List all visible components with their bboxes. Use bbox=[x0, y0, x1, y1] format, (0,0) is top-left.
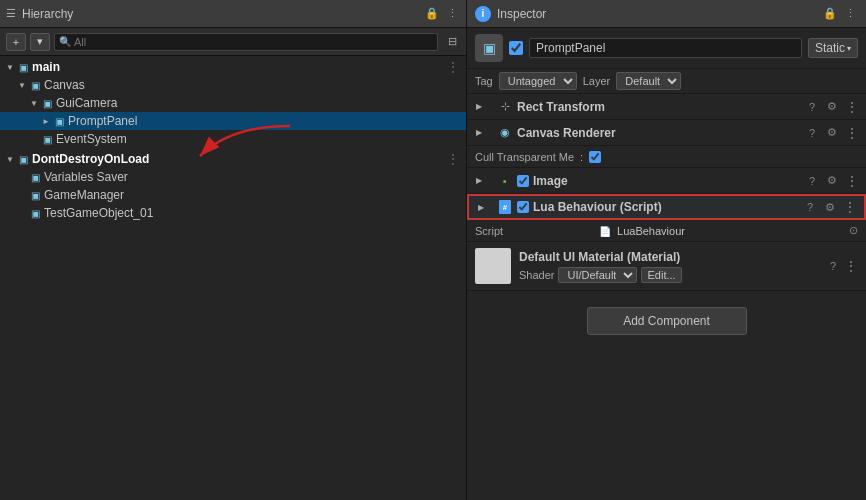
expand-gamemanager bbox=[16, 189, 28, 201]
lua-behaviour-help[interactable]: ? bbox=[802, 199, 818, 215]
label-dontdestroy: DontDestroyOnLoad bbox=[32, 152, 149, 166]
tree-item-promptpanel[interactable]: ▣ PromptPanel bbox=[0, 112, 466, 130]
canvas-renderer-settings[interactable]: ⚙ bbox=[824, 125, 840, 141]
lua-behaviour-more[interactable]: ⋮ bbox=[842, 199, 858, 215]
hierarchy-header-icons: 🔒 ⋮ bbox=[424, 6, 460, 22]
image-component[interactable]: ▶ ▪ Image ? ⚙ ⋮ bbox=[467, 168, 866, 194]
rect-transform-more[interactable]: ⋮ bbox=[844, 99, 860, 115]
material-info: Default UI Material (Material) Shader UI… bbox=[519, 250, 822, 283]
dropdown-button[interactable]: ▾ bbox=[30, 33, 50, 51]
expand-testgameobject bbox=[16, 207, 28, 219]
canvas-renderer-expand[interactable]: ▶ bbox=[473, 127, 485, 139]
script-value-text: LuaBehaviour bbox=[617, 225, 685, 237]
add-button[interactable]: + bbox=[6, 33, 26, 51]
rect-transform-help[interactable]: ? bbox=[804, 99, 820, 115]
inspector-lock-icon[interactable]: 🔒 bbox=[822, 6, 838, 22]
gameobject-active-checkbox[interactable] bbox=[509, 41, 523, 55]
shader-label: Shader bbox=[519, 269, 554, 281]
gameobject-icon-main: ▣ bbox=[16, 60, 30, 74]
tree-item-dontdestroy[interactable]: ▣ DontDestroyOnLoad ⋮ bbox=[0, 150, 466, 168]
lua-behaviour-component[interactable]: ▶ # Lua Behaviour (Script) ? ⚙ ⋮ bbox=[467, 194, 866, 220]
hierarchy-header: ☰ Hierarchy 🔒 ⋮ bbox=[0, 0, 466, 28]
expand-variablessaver bbox=[16, 171, 28, 183]
rect-transform-icon: ⊹ bbox=[497, 99, 513, 115]
lock-icon[interactable]: 🔒 bbox=[424, 6, 440, 22]
canvas-renderer-component[interactable]: ▶ ◉ Canvas Renderer ? ⚙ ⋮ bbox=[467, 120, 866, 146]
material-row: Default UI Material (Material) Shader UI… bbox=[467, 242, 866, 291]
canvas-renderer-name: Canvas Renderer bbox=[517, 126, 800, 140]
canvas-icon: ▣ bbox=[28, 78, 42, 92]
tree-item-canvas[interactable]: ▣ Canvas bbox=[0, 76, 466, 94]
expand-main[interactable] bbox=[4, 61, 16, 73]
hierarchy-filter-icon[interactable]: ⊟ bbox=[444, 34, 460, 50]
tree-item-gamemanager[interactable]: ▣ GameManager bbox=[0, 186, 466, 204]
canvas-renderer-help[interactable]: ? bbox=[804, 125, 820, 141]
inspector-more-icon[interactable]: ⋮ bbox=[842, 6, 858, 22]
layer-select[interactable]: Default bbox=[616, 72, 681, 90]
label-eventsystem: EventSystem bbox=[56, 132, 127, 146]
inspector-info-icon: i bbox=[475, 6, 491, 22]
inspector-title: Inspector bbox=[497, 7, 546, 21]
image-more[interactable]: ⋮ bbox=[844, 173, 860, 189]
shader-row: Shader UI/Default Edit... bbox=[519, 267, 822, 283]
tag-select[interactable]: Untagged bbox=[499, 72, 577, 90]
label-canvas: Canvas bbox=[44, 78, 85, 92]
gameobject-name-field[interactable] bbox=[529, 38, 802, 58]
layer-label: Layer bbox=[583, 75, 611, 87]
expand-promptpanel[interactable] bbox=[40, 115, 52, 127]
image-help[interactable]: ? bbox=[804, 173, 820, 189]
canvas-renderer-more[interactable]: ⋮ bbox=[844, 125, 860, 141]
tree-item-guicamera[interactable]: ▣ GuiCamera bbox=[0, 94, 466, 112]
hierarchy-toolbar: + ▾ 🔍 ⊟ bbox=[0, 28, 466, 56]
tree-item-variablessaver[interactable]: ▣ Variables Saver bbox=[0, 168, 466, 186]
script-value: 📄 LuaBehaviour bbox=[599, 225, 845, 237]
gameobject-icon-gamemanager: ▣ bbox=[28, 188, 42, 202]
search-icon: 🔍 bbox=[59, 36, 71, 47]
camera-icon: ▣ bbox=[40, 96, 54, 110]
expand-guicamera[interactable] bbox=[28, 97, 40, 109]
rect-transform-component[interactable]: ▶ ⊹ Rect Transform ? ⚙ ⋮ bbox=[467, 94, 866, 120]
search-box[interactable]: 🔍 bbox=[54, 33, 438, 51]
search-input[interactable] bbox=[74, 36, 433, 48]
lua-behaviour-name: Lua Behaviour (Script) bbox=[533, 200, 798, 214]
main-dots[interactable]: ⋮ bbox=[446, 59, 460, 75]
material-more-icon[interactable]: ⋮ bbox=[844, 258, 858, 274]
shader-select[interactable]: UI/Default bbox=[558, 267, 637, 283]
lua-behaviour-settings[interactable]: ⚙ bbox=[822, 199, 838, 215]
image-settings[interactable]: ⚙ bbox=[824, 173, 840, 189]
label-promptpanel: PromptPanel bbox=[68, 114, 137, 128]
image-active-checkbox[interactable] bbox=[517, 175, 529, 187]
static-button[interactable]: Static ▾ bbox=[808, 38, 858, 58]
edit-button[interactable]: Edit... bbox=[641, 267, 681, 283]
static-dropdown-icon: ▾ bbox=[847, 44, 851, 53]
lua-behaviour-active-checkbox[interactable] bbox=[517, 201, 529, 213]
more-icon[interactable]: ⋮ bbox=[444, 6, 460, 22]
hierarchy-title: Hierarchy bbox=[22, 7, 73, 21]
cull-label: Cull Transparent Me bbox=[475, 151, 574, 163]
dontdestroy-dots[interactable]: ⋮ bbox=[446, 151, 460, 167]
image-expand[interactable]: ▶ bbox=[473, 175, 485, 187]
gameobject-header: ▣ Static ▾ bbox=[467, 28, 866, 69]
rect-transform-settings[interactable]: ⚙ bbox=[824, 99, 840, 115]
image-icon: ▪ bbox=[497, 173, 513, 189]
lua-behaviour-expand[interactable]: ▶ bbox=[475, 201, 487, 213]
expand-canvas[interactable] bbox=[16, 79, 28, 91]
gameobject-icon-dontdestroy: ▣ bbox=[16, 152, 30, 166]
script-settings-icon[interactable]: ⊙ bbox=[849, 224, 858, 237]
tree-item-eventsystem[interactable]: ▣ EventSystem bbox=[0, 130, 466, 148]
gameobject-name-row: Static ▾ bbox=[509, 38, 858, 58]
tree-item-testgameobject[interactable]: ▣ TestGameObject_01 bbox=[0, 204, 466, 222]
tag-label: Tag bbox=[475, 75, 493, 87]
add-component-button[interactable]: Add Component bbox=[587, 307, 747, 335]
rect-transform-expand[interactable]: ▶ bbox=[473, 101, 485, 113]
expand-dontdestroy[interactable] bbox=[4, 153, 16, 165]
add-component-area: Add Component bbox=[467, 291, 866, 351]
canvas-renderer-icon: ◉ bbox=[497, 125, 513, 141]
cull-checkbox[interactable] bbox=[589, 151, 601, 163]
image-name: Image bbox=[533, 174, 800, 188]
script-label: Script bbox=[475, 225, 595, 237]
label-guicamera: GuiCamera bbox=[56, 96, 117, 110]
material-help-icon[interactable]: ? bbox=[830, 260, 836, 272]
material-name: Default UI Material (Material) bbox=[519, 250, 822, 264]
tree-item-main[interactable]: ▣ main ⋮ bbox=[0, 58, 466, 76]
